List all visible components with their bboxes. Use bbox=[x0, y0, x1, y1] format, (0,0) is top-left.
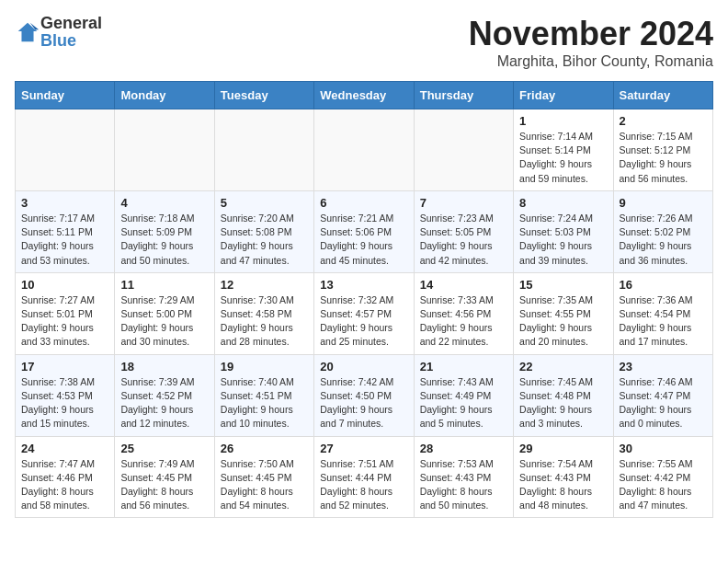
day-info: Sunrise: 7:55 AMSunset: 4:42 PMDaylight:… bbox=[620, 457, 707, 513]
day-number: 29 bbox=[519, 442, 607, 455]
day-info: Sunrise: 7:45 AMSunset: 4:48 PMDaylight:… bbox=[519, 375, 607, 431]
weekday-header: Wednesday bbox=[314, 82, 414, 109]
day-info: Sunrise: 7:23 AMSunset: 5:05 PMDaylight:… bbox=[420, 212, 507, 268]
day-info: Sunrise: 7:49 AMSunset: 4:45 PMDaylight:… bbox=[120, 457, 208, 513]
calendar-cell: 14Sunrise: 7:33 AMSunset: 4:56 PMDayligh… bbox=[414, 272, 513, 354]
weekday-row: SundayMondayTuesdayWednesdayThursdayFrid… bbox=[16, 82, 713, 109]
calendar-cell: 6Sunrise: 7:21 AMSunset: 5:06 PMDaylight… bbox=[314, 190, 414, 272]
calendar-cell: 11Sunrise: 7:29 AMSunset: 5:00 PMDayligh… bbox=[115, 272, 214, 354]
day-info: Sunrise: 7:18 AMSunset: 5:09 PMDaylight:… bbox=[120, 212, 208, 268]
calendar-cell: 17Sunrise: 7:38 AMSunset: 4:53 PMDayligh… bbox=[16, 354, 115, 436]
day-number: 17 bbox=[21, 360, 108, 373]
day-info: Sunrise: 7:35 AMSunset: 4:55 PMDaylight:… bbox=[519, 293, 607, 350]
calendar-cell: 27Sunrise: 7:51 AMSunset: 4:44 PMDayligh… bbox=[314, 436, 414, 518]
day-number: 8 bbox=[519, 196, 607, 210]
calendar-cell: 4Sunrise: 7:18 AMSunset: 5:09 PMDaylight… bbox=[115, 190, 214, 272]
day-number: 28 bbox=[420, 442, 507, 455]
day-number: 12 bbox=[221, 278, 308, 292]
calendar-cell: 24Sunrise: 7:47 AMSunset: 4:46 PMDayligh… bbox=[16, 436, 115, 518]
calendar-cell: 1Sunrise: 7:14 AMSunset: 5:14 PMDaylight… bbox=[514, 109, 613, 191]
day-number: 27 bbox=[320, 442, 407, 455]
calendar-cell bbox=[214, 109, 313, 191]
calendar-cell: 9Sunrise: 7:26 AMSunset: 5:02 PMDaylight… bbox=[613, 190, 712, 272]
page-header: General Blue November 2024 Marghita, Bih… bbox=[15, 15, 713, 70]
day-number: 22 bbox=[519, 360, 607, 373]
calendar-cell bbox=[115, 109, 214, 191]
calendar-cell: 13Sunrise: 7:32 AMSunset: 4:57 PMDayligh… bbox=[314, 272, 414, 354]
day-number: 30 bbox=[620, 442, 707, 455]
day-number: 26 bbox=[221, 442, 308, 455]
day-info: Sunrise: 7:20 AMSunset: 5:08 PMDaylight:… bbox=[221, 212, 308, 268]
day-info: Sunrise: 7:47 AMSunset: 4:46 PMDaylight:… bbox=[21, 457, 108, 513]
day-info: Sunrise: 7:14 AMSunset: 5:14 PMDaylight:… bbox=[519, 130, 607, 186]
logo: General Blue bbox=[15, 15, 102, 50]
calendar-cell: 5Sunrise: 7:20 AMSunset: 5:08 PMDaylight… bbox=[214, 190, 313, 272]
calendar-week-row: 17Sunrise: 7:38 AMSunset: 4:53 PMDayligh… bbox=[16, 354, 713, 436]
calendar-cell: 3Sunrise: 7:17 AMSunset: 5:11 PMDaylight… bbox=[16, 190, 115, 272]
calendar-cell: 28Sunrise: 7:53 AMSunset: 4:43 PMDayligh… bbox=[414, 436, 513, 518]
day-number: 13 bbox=[320, 278, 407, 292]
page-title: November 2024 bbox=[469, 15, 713, 53]
calendar-cell: 15Sunrise: 7:35 AMSunset: 4:55 PMDayligh… bbox=[514, 272, 613, 354]
day-number: 23 bbox=[620, 360, 707, 373]
day-info: Sunrise: 7:46 AMSunset: 4:47 PMDaylight:… bbox=[620, 375, 707, 431]
calendar-cell: 2Sunrise: 7:15 AMSunset: 5:12 PMDaylight… bbox=[613, 109, 712, 191]
day-number: 6 bbox=[320, 196, 407, 210]
day-number: 19 bbox=[221, 360, 308, 373]
day-info: Sunrise: 7:42 AMSunset: 4:50 PMDaylight:… bbox=[320, 375, 407, 431]
day-number: 7 bbox=[420, 196, 507, 210]
calendar-cell: 8Sunrise: 7:24 AMSunset: 5:03 PMDaylight… bbox=[514, 190, 613, 272]
weekday-header: Thursday bbox=[414, 82, 513, 109]
day-info: Sunrise: 7:32 AMSunset: 4:57 PMDaylight:… bbox=[320, 293, 407, 350]
title-block: November 2024 Marghita, Bihor County, Ro… bbox=[469, 15, 713, 70]
calendar-cell: 16Sunrise: 7:36 AMSunset: 4:54 PMDayligh… bbox=[613, 272, 712, 354]
day-number: 3 bbox=[21, 196, 108, 210]
day-info: Sunrise: 7:26 AMSunset: 5:02 PMDaylight:… bbox=[620, 212, 707, 268]
logo-icon bbox=[15, 19, 40, 45]
day-number: 2 bbox=[620, 114, 707, 128]
calendar-cell: 21Sunrise: 7:43 AMSunset: 4:49 PMDayligh… bbox=[414, 354, 513, 436]
calendar-cell bbox=[414, 109, 513, 191]
calendar-table: SundayMondayTuesdayWednesdayThursdayFrid… bbox=[15, 81, 713, 518]
day-info: Sunrise: 7:24 AMSunset: 5:03 PMDaylight:… bbox=[519, 212, 607, 268]
day-info: Sunrise: 7:36 AMSunset: 4:54 PMDaylight:… bbox=[620, 293, 707, 350]
day-info: Sunrise: 7:53 AMSunset: 4:43 PMDaylight:… bbox=[420, 457, 507, 513]
calendar-header: SundayMondayTuesdayWednesdayThursdayFrid… bbox=[16, 82, 713, 109]
page-subtitle: Marghita, Bihor County, Romania bbox=[469, 53, 713, 70]
day-number: 5 bbox=[221, 196, 308, 210]
calendar-body: 1Sunrise: 7:14 AMSunset: 5:14 PMDaylight… bbox=[16, 109, 713, 518]
calendar-cell bbox=[16, 109, 115, 191]
day-info: Sunrise: 7:54 AMSunset: 4:43 PMDaylight:… bbox=[519, 457, 607, 513]
calendar-cell: 19Sunrise: 7:40 AMSunset: 4:51 PMDayligh… bbox=[214, 354, 313, 436]
day-number: 14 bbox=[420, 278, 507, 292]
calendar-week-row: 3Sunrise: 7:17 AMSunset: 5:11 PMDaylight… bbox=[16, 190, 713, 272]
calendar-cell: 10Sunrise: 7:27 AMSunset: 5:01 PMDayligh… bbox=[16, 272, 115, 354]
day-number: 25 bbox=[120, 442, 208, 455]
logo-text-blue: Blue bbox=[40, 31, 76, 50]
calendar-cell: 18Sunrise: 7:39 AMSunset: 4:52 PMDayligh… bbox=[115, 354, 214, 436]
weekday-header: Friday bbox=[514, 82, 613, 109]
day-number: 15 bbox=[519, 278, 607, 292]
day-info: Sunrise: 7:33 AMSunset: 4:56 PMDaylight:… bbox=[420, 293, 507, 350]
day-info: Sunrise: 7:29 AMSunset: 5:00 PMDaylight:… bbox=[120, 293, 208, 350]
day-number: 16 bbox=[620, 278, 707, 292]
calendar-cell: 26Sunrise: 7:50 AMSunset: 4:45 PMDayligh… bbox=[214, 436, 313, 518]
day-info: Sunrise: 7:15 AMSunset: 5:12 PMDaylight:… bbox=[620, 130, 707, 186]
day-number: 20 bbox=[320, 360, 407, 373]
day-info: Sunrise: 7:17 AMSunset: 5:11 PMDaylight:… bbox=[21, 212, 108, 268]
day-info: Sunrise: 7:51 AMSunset: 4:44 PMDaylight:… bbox=[320, 457, 407, 513]
calendar-week-row: 1Sunrise: 7:14 AMSunset: 5:14 PMDaylight… bbox=[16, 109, 713, 191]
calendar-week-row: 24Sunrise: 7:47 AMSunset: 4:46 PMDayligh… bbox=[16, 436, 713, 518]
calendar-cell bbox=[314, 109, 414, 191]
calendar-week-row: 10Sunrise: 7:27 AMSunset: 5:01 PMDayligh… bbox=[16, 272, 713, 354]
day-info: Sunrise: 7:21 AMSunset: 5:06 PMDaylight:… bbox=[320, 212, 407, 268]
logo-text-general: General bbox=[40, 14, 102, 32]
day-info: Sunrise: 7:50 AMSunset: 4:45 PMDaylight:… bbox=[221, 457, 308, 513]
calendar-cell: 12Sunrise: 7:30 AMSunset: 4:58 PMDayligh… bbox=[214, 272, 313, 354]
day-number: 9 bbox=[620, 196, 707, 210]
calendar-cell: 30Sunrise: 7:55 AMSunset: 4:42 PMDayligh… bbox=[613, 436, 712, 518]
weekday-header: Monday bbox=[115, 82, 214, 109]
calendar-cell: 29Sunrise: 7:54 AMSunset: 4:43 PMDayligh… bbox=[514, 436, 613, 518]
day-number: 10 bbox=[21, 278, 108, 292]
day-number: 11 bbox=[120, 278, 208, 292]
